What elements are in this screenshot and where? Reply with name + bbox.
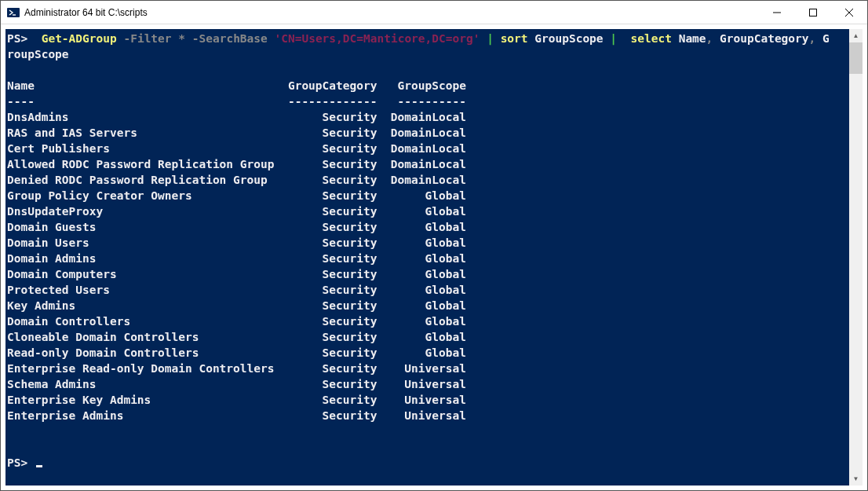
table-row: Allowed RODC Password Replication Group … (5, 156, 863, 172)
table-row: Domain Users Security Global (5, 235, 863, 251)
command-line-2: roupScope (5, 46, 863, 62)
scroll-up-arrow-icon[interactable]: ▲ (849, 29, 863, 42)
powershell-icon (7, 6, 20, 19)
table-row: Domain Controllers Security Global (5, 313, 863, 329)
select-name: Name (679, 32, 706, 45)
table-row: Cloneable Domain Controllers Security Gl… (5, 329, 863, 345)
cursor (36, 465, 42, 467)
maximize-button[interactable] (795, 1, 831, 24)
table-row: Enterprise Key Admins Security Universal (5, 392, 863, 408)
blank-line (5, 62, 863, 78)
prompt: PS> (7, 32, 27, 45)
window-controls (759, 1, 867, 24)
select-category: GroupCategory (720, 32, 809, 45)
table-row: Domain Computers Security Global (5, 266, 863, 282)
table-row: Denied RODC Password Replication Group S… (5, 172, 863, 188)
scrollbar-thumb[interactable] (849, 42, 863, 74)
pipe-2: | (610, 32, 617, 45)
table-header: Name GroupCategory GroupScope (5, 78, 863, 93)
select-scope-head: G (822, 32, 830, 45)
terminal-container: PS> Get-ADGroup -Filter * -SearchBase 'C… (1, 24, 867, 490)
prompt-line: PS> (5, 455, 863, 471)
table-row: Domain Guests Security Global (5, 219, 863, 235)
searchbase-value: 'CN=Users,DC=Manticore,DC=org' (275, 32, 480, 45)
svg-rect-3 (810, 9, 817, 16)
table-row: Protected Users Security Global (5, 282, 863, 298)
filter-star: * (178, 32, 185, 45)
close-button[interactable] (831, 1, 867, 24)
terminal[interactable]: PS> Get-ADGroup -Filter * -SearchBase 'C… (5, 29, 863, 486)
scroll-down-arrow-icon[interactable]: ▼ (849, 472, 863, 486)
param-filter: -Filter (123, 32, 171, 45)
table-row: Schema Admins Security Universal (5, 376, 863, 392)
vertical-scrollbar[interactable]: ▲ ▼ (849, 29, 863, 486)
table-row: Key Admins Security Global (5, 298, 863, 313)
minimize-button[interactable] (759, 1, 795, 24)
select-cmdlet: select (631, 32, 672, 45)
table-row: Read-only Domain Controllers Security Gl… (5, 345, 863, 361)
pipe-1: | (487, 32, 494, 45)
blank-line (5, 439, 863, 455)
param-searchbase: -SearchBase (192, 32, 268, 45)
select-scope-wrap: roupScope (7, 48, 69, 60)
scrollbar-track[interactable] (849, 42, 863, 472)
table-separator: ---- ------------- ---------- (5, 93, 863, 109)
table-row: Domain Admins Security Global (5, 251, 863, 266)
table-row: DnsAdmins Security DomainLocal (5, 109, 863, 125)
blank-line (5, 423, 863, 439)
table-row: DnsUpdateProxy Security Global (5, 203, 863, 219)
sort-cmdlet: sort (501, 32, 528, 45)
prompt: PS> (7, 456, 27, 469)
window-title: Administrator 64 bit C:\scripts (24, 7, 759, 18)
table-row: Cert Publishers Security DomainLocal (5, 141, 863, 156)
titlebar[interactable]: Administrator 64 bit C:\scripts (1, 1, 867, 24)
command-line-1: PS> Get-ADGroup -Filter * -SearchBase 'C… (5, 31, 863, 46)
table-row: RAS and IAS Servers Security DomainLocal (5, 125, 863, 141)
table-row: Enterprise Read-only Domain Controllers … (5, 361, 863, 376)
table-row: Group Policy Creator Owners Security Glo… (5, 188, 863, 203)
sort-arg: GroupScope (534, 32, 603, 45)
cmdlet: Get-ADGroup (42, 32, 117, 45)
table-row: Enterprise Admins Security Universal (5, 408, 863, 423)
